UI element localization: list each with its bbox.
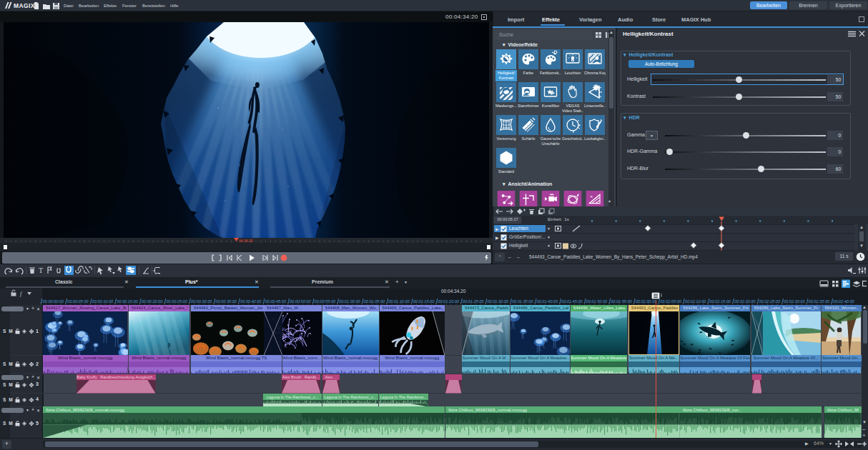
svg-text:00:00:05:00: 00:00:05:00 (67, 299, 89, 304)
svg-text:00:00:50:00: 00:00:50:00 (290, 299, 311, 304)
svg-text:00:00:20:00: 00:00:20:00 (142, 299, 163, 304)
svg-text:00:00:00:00: 00:00:00:00 (43, 299, 64, 304)
svg-text:00:01:10:00: 00:01:10:00 (388, 299, 410, 304)
svg-text:00:00:45:00: 00:00:45:00 (265, 299, 286, 304)
svg-text:00:00:55:00: 00:00:55:00 (315, 299, 336, 304)
svg-text:00:01:00:00: 00:01:00:00 (339, 299, 360, 304)
svg-text:00:01:30:00: 00:01:30:00 (487, 299, 508, 304)
svg-text:00:02:25:00: 00:02:25:00 (759, 299, 780, 304)
svg-text:00:02:10:00: 00:02:10:00 (685, 299, 706, 304)
svg-text:00:02:20:00: 00:02:20:00 (734, 299, 756, 304)
svg-text:T: T (39, 266, 43, 274)
svg-text:00:00:15:00: 00:00:15:00 (117, 299, 138, 304)
svg-text:00:02:30:00: 00:02:30:00 (784, 299, 805, 304)
svg-text:00:02:35:00: 00:02:35:00 (809, 299, 830, 304)
svg-text:00:00:25:00: 00:00:25:00 (166, 299, 187, 304)
svg-text:00:01:40:00: 00:01:40:00 (537, 299, 558, 304)
svg-text:00:00:40:00: 00:00:40:00 (240, 299, 262, 304)
svg-text:00:01:45:00: 00:01:45:00 (561, 299, 583, 304)
svg-text:00:01:05:00: 00:01:05:00 (364, 299, 385, 304)
svg-text:00:00:35:00: 00:00:35:00 (215, 299, 237, 304)
svg-text:MAGIX: MAGIX (14, 2, 35, 9)
svg-text:00:01:50:00: 00:01:50:00 (586, 299, 608, 304)
svg-text:1: 1 (661, 293, 663, 297)
svg-text:00:01:15:00: 00:01:15:00 (413, 299, 435, 304)
svg-text:00:01:20:00: 00:01:20:00 (438, 299, 459, 304)
svg-text:00:00:30:00: 00:00:30:00 (191, 299, 212, 304)
svg-text:00:01:55:00: 00:01:55:00 (611, 299, 632, 304)
svg-text:00:02:40:00: 00:02:40:00 (833, 299, 854, 304)
svg-text:00:02:05:00: 00:02:05:00 (660, 299, 681, 304)
svg-text:00:01:35:00: 00:01:35:00 (512, 299, 533, 304)
svg-text:00:02:15:00: 00:02:15:00 (709, 299, 731, 304)
svg-text:04:34:20: 04:34:20 (239, 239, 253, 243)
svg-text:00:01:25:00: 00:01:25:00 (463, 299, 484, 304)
svg-text:00:00:10:00: 00:00:10:00 (92, 299, 114, 304)
